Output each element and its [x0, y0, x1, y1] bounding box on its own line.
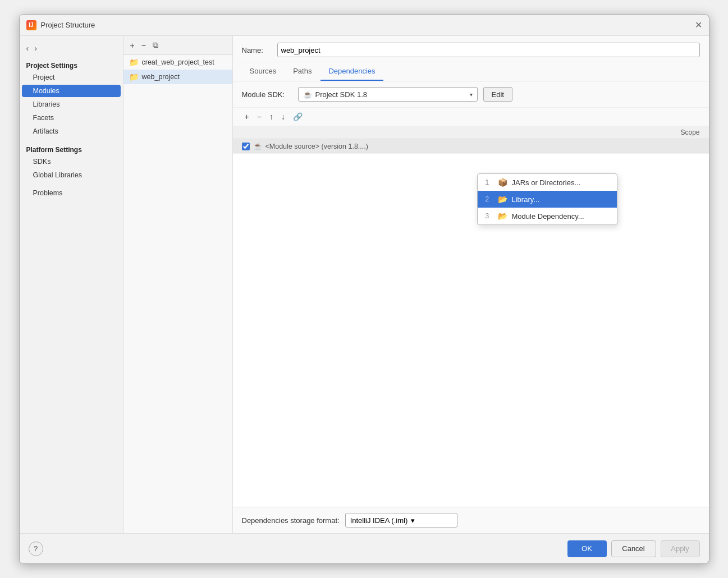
tab-sources[interactable]: Sources — [242, 62, 285, 81]
dep-icon: ☕ — [253, 142, 262, 150]
storage-label: Dependencies storage format: — [242, 516, 340, 525]
sidebar-item-sdks[interactable]: SDKs — [22, 155, 121, 168]
dropdown-item-jars[interactable]: 1 📦 JARs or Directories... — [478, 174, 617, 191]
sidebar: ‹ › Project Settings Project Modules Lib… — [20, 36, 123, 533]
help-button[interactable]: ? — [29, 542, 43, 556]
edit-sdk-button[interactable]: Edit — [483, 87, 512, 102]
sidebar-item-problems[interactable]: Problems — [22, 187, 121, 199]
module-list: + − ⧉ 📁 creat_web_project_test 📁 web_pro… — [123, 36, 233, 533]
sidebar-item-facets[interactable]: Facets — [22, 112, 121, 124]
remove-dep-button[interactable]: − — [254, 111, 264, 122]
storage-value: IntelliJ IDEA (.iml) — [350, 516, 408, 525]
dropdown-label-module-dep: Module Dependency... — [512, 212, 584, 221]
dropdown-menu: 1 📦 JARs or Directories... 2 📂 Library..… — [477, 173, 617, 225]
right-panel: Name: Sources Paths Dependencies Module … — [233, 36, 709, 533]
sdk-chevron-icon: ▾ — [470, 91, 473, 98]
sdk-label: Module SDK: — [242, 90, 292, 99]
dep-checkbox[interactable] — [242, 143, 250, 150]
app-icon: IJ — [26, 20, 36, 30]
dropdown-num-2: 2 — [486, 195, 493, 203]
dep-table-header: Scope — [233, 126, 709, 139]
dep-up-button[interactable]: ↑ — [267, 111, 276, 122]
name-input[interactable] — [277, 43, 700, 57]
library-icon: 📂 — [498, 195, 507, 204]
module-name: creat_web_project_test — [142, 58, 214, 66]
module-name: web_project — [142, 73, 180, 81]
scope-header: Scope — [680, 129, 699, 136]
sidebar-nav: ‹ › — [20, 40, 123, 56]
name-row: Name: — [233, 36, 709, 62]
name-label: Name: — [242, 46, 273, 54]
dep-toolbar: + − ↑ ↓ 🔗 — [233, 108, 709, 126]
titlebar: IJ Project Structure ✕ — [20, 15, 709, 36]
project-settings-header: Project Settings — [20, 58, 123, 71]
sdk-row: Module SDK: ☕ Project SDK 1.8 ▾ Edit — [233, 81, 709, 108]
dep-link-button[interactable]: 🔗 — [290, 111, 305, 122]
sidebar-item-libraries[interactable]: Libraries — [22, 98, 121, 111]
sdk-icon: ☕ — [303, 90, 312, 99]
cancel-button[interactable]: Cancel — [611, 540, 656, 557]
storage-select[interactable]: IntelliJ IDEA (.iml) ▾ — [345, 513, 457, 527]
dropdown-label-library: Library... — [512, 195, 540, 204]
copy-module-button[interactable]: ⧉ — [150, 39, 161, 51]
close-button[interactable]: ✕ — [695, 21, 702, 30]
footer-left: ? — [29, 542, 563, 556]
module-toolbar: + − ⧉ — [123, 36, 232, 55]
dep-name: <Module source> (version 1.8....) — [265, 143, 700, 150]
nav-back-button[interactable]: ‹ — [24, 43, 31, 54]
dropdown-num-3: 3 — [486, 212, 493, 220]
dropdown-num-1: 1 — [486, 178, 493, 186]
tabs-row: Sources Paths Dependencies — [233, 62, 709, 81]
storage-row: Dependencies storage format: IntelliJ ID… — [233, 507, 709, 533]
dep-down-button[interactable]: ↓ — [278, 111, 288, 122]
dropdown-label-jars: JARs or Directories... — [512, 178, 581, 187]
tab-dependencies[interactable]: Dependencies — [320, 62, 383, 81]
sidebar-item-project[interactable]: Project — [22, 71, 121, 84]
ok-button[interactable]: OK — [567, 540, 607, 557]
sidebar-item-global-libraries[interactable]: Global Libraries — [22, 169, 121, 181]
module-item-creat[interactable]: 📁 creat_web_project_test — [123, 55, 232, 70]
dialog-title: Project Structure — [41, 21, 695, 29]
module-item-web-project[interactable]: 📁 web_project — [123, 70, 232, 84]
dropdown-item-module-dep[interactable]: 3 📂 Module Dependency... — [478, 208, 617, 224]
jars-icon: 📦 — [498, 178, 507, 187]
nav-forward-button[interactable]: › — [32, 43, 39, 54]
add-module-button[interactable]: + — [128, 39, 137, 51]
platform-settings-header: Platform Settings — [20, 143, 123, 155]
dropdown-item-library[interactable]: 2 📂 Library... — [478, 191, 617, 208]
module-folder-icon: 📁 — [129, 72, 139, 81]
footer: ? OK Cancel Apply — [20, 533, 709, 563]
project-structure-dialog: IJ Project Structure ✕ ‹ › Project Setti… — [19, 14, 709, 564]
tab-paths[interactable]: Paths — [285, 62, 319, 81]
storage-chevron-icon: ▾ — [411, 516, 415, 525]
dep-row-sdk: ☕ <Module source> (version 1.8....) — [233, 139, 709, 154]
module-dep-icon: 📂 — [498, 212, 507, 221]
remove-module-button[interactable]: − — [139, 39, 148, 51]
spacer — [233, 154, 709, 507]
sdk-value: Project SDK 1.8 — [315, 90, 466, 99]
sidebar-item-modules[interactable]: Modules — [22, 85, 121, 97]
main-content: ‹ › Project Settings Project Modules Lib… — [20, 36, 709, 533]
sdk-select[interactable]: ☕ Project SDK 1.8 ▾ — [298, 87, 478, 102]
apply-button[interactable]: Apply — [661, 540, 700, 557]
sidebar-item-artifacts[interactable]: Artifacts — [22, 125, 121, 137]
add-dep-button[interactable]: + — [242, 111, 252, 122]
module-folder-icon: 📁 — [129, 58, 139, 67]
